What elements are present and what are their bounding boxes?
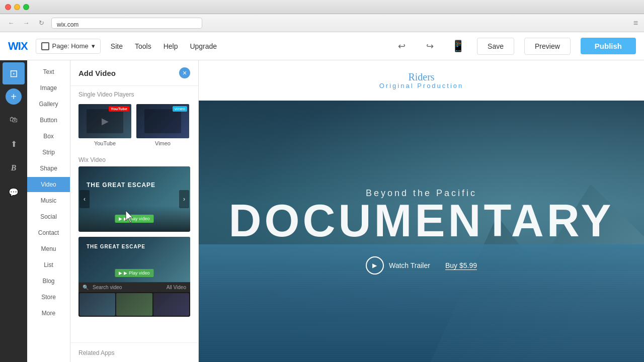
site-subtitle: Original Production bbox=[379, 82, 464, 89]
page-icon bbox=[41, 42, 49, 50]
search-video-text: Search video bbox=[93, 285, 122, 290]
play-placeholder-icon: ▶ bbox=[102, 116, 109, 127]
vimeo-player-item[interactable]: vimeo Vimeo bbox=[136, 104, 189, 146]
publish-button[interactable]: Publish bbox=[581, 38, 636, 54]
single-video-grid: ▶ YouTube YouTube vimeo bbox=[70, 101, 198, 151]
video-nav-right-arrow[interactable]: › bbox=[179, 190, 189, 208]
add-video-panel: Add Video × Single Video Players ▶ YouTu… bbox=[70, 60, 199, 362]
wix-video-big-player[interactable]: THE GREAT ESCAPE ▶ ▶ Play video ‹ › bbox=[78, 166, 190, 232]
panel-item-box[interactable]: Box bbox=[27, 129, 70, 144]
tube-text: Tube bbox=[118, 107, 127, 111]
sidebar-item-page[interactable]: ⊡ bbox=[3, 62, 25, 84]
play-video-overlay-btn[interactable]: ▶ ▶ Play video bbox=[115, 215, 153, 223]
wix-video-thumbnails bbox=[78, 292, 190, 317]
watch-trailer-label: Watch Trailer bbox=[389, 261, 430, 269]
panel-item-contact[interactable]: Contact bbox=[27, 225, 70, 240]
refresh-button[interactable]: ↻ bbox=[36, 18, 46, 28]
youtube-label: YouTube bbox=[78, 140, 131, 146]
panel-item-button[interactable]: Button bbox=[27, 113, 70, 128]
page-layout-icon: ⊡ bbox=[10, 67, 18, 79]
panel-item-strip[interactable]: Strip bbox=[27, 145, 70, 160]
add-element-button[interactable]: + bbox=[6, 88, 22, 105]
maximize-traffic-light[interactable] bbox=[23, 4, 29, 10]
address-field[interactable]: wix.com bbox=[51, 18, 202, 29]
nav-site[interactable]: Site bbox=[111, 42, 123, 50]
panel-item-shape[interactable]: Shape bbox=[27, 161, 70, 176]
panel-item-blog[interactable]: Blog bbox=[27, 274, 70, 289]
video-nav-left-arrow[interactable]: ‹ bbox=[79, 190, 90, 208]
wix-small-bg: THE GREAT ESCAPE ▶ ▶ Play video bbox=[78, 237, 190, 282]
youtube-badge: YouTube bbox=[109, 106, 129, 112]
browser-titlebar bbox=[0, 0, 644, 14]
wix-video-small-player[interactable]: THE GREAT ESCAPE ▶ ▶ Play video 🔍 Search… bbox=[78, 237, 190, 317]
vimeo-preview-inner bbox=[144, 109, 182, 133]
youtube-thumb-inner: ▶ YouTube bbox=[78, 104, 131, 138]
icon-sidebar: ⊡ + 🛍 ⬆ B 💬 bbox=[0, 60, 27, 362]
youtube-player-item[interactable]: ▶ YouTube YouTube bbox=[78, 104, 131, 146]
wix-video-big-bg: THE GREAT ESCAPE ▶ ▶ Play video bbox=[78, 166, 190, 232]
panel-item-more[interactable]: More bbox=[27, 306, 70, 321]
back-button[interactable]: ← bbox=[6, 18, 16, 28]
panel-item-social[interactable]: Social bbox=[27, 209, 70, 224]
canvas-area: Riders Original Production Beyond the Pa… bbox=[199, 60, 644, 362]
all-video-text: All Video bbox=[167, 285, 186, 290]
related-apps-label: Related Apps bbox=[78, 349, 114, 356]
watch-trailer-button[interactable]: ▶ Watch Trailer bbox=[366, 256, 430, 275]
nav-upgrade[interactable]: Upgrade bbox=[190, 42, 217, 50]
undo-button[interactable]: ↩ bbox=[392, 37, 411, 55]
wix-video-section: THE GREAT ESCAPE ▶ ▶ Play video ‹ › bbox=[70, 166, 198, 322]
forward-button[interactable]: → bbox=[21, 18, 31, 28]
wix-toolbar: WIX Page: Home ▾ Site Tools Help Upgrade… bbox=[0, 32, 644, 60]
sidebar-item-upload[interactable]: ⬆ bbox=[3, 133, 25, 155]
panel-item-text[interactable]: Text bbox=[27, 64, 70, 79]
mini-thumb-2[interactable] bbox=[116, 293, 152, 316]
site-canvas: Riders Original Production Beyond the Pa… bbox=[199, 60, 644, 362]
minimize-traffic-light[interactable] bbox=[14, 4, 20, 10]
page-selector[interactable]: Page: Home ▾ bbox=[36, 39, 101, 54]
play-video-small-label: ▶ Play video bbox=[124, 270, 149, 276]
buy-button[interactable]: Buy $5.99 bbox=[445, 261, 477, 270]
panel-header: Add Video × bbox=[70, 60, 198, 86]
nav-tools[interactable]: Tools bbox=[135, 42, 151, 50]
save-button[interactable]: Save bbox=[477, 38, 514, 55]
panel-item-video[interactable]: Video bbox=[27, 177, 70, 192]
mobile-icon: 📱 bbox=[451, 40, 465, 53]
panel-item-menu[interactable]: Menu bbox=[27, 241, 70, 256]
wix-video-section-label: Wix Video bbox=[70, 151, 198, 166]
panel-sidebar: Text Image Gallery Button Box Strip Shap… bbox=[27, 60, 70, 362]
sidebar-item-chat[interactable]: 💬 bbox=[3, 181, 25, 203]
hero-ocumentary: OCUMENTARY bbox=[265, 196, 614, 246]
store-icon: 🛍 bbox=[10, 115, 18, 124]
panel-title: Add Video bbox=[78, 69, 116, 77]
escape-text-small-overlay: THE GREAT ESCAPE bbox=[87, 244, 145, 249]
mini-thumb-1[interactable] bbox=[79, 293, 115, 316]
play-icon-small: ▶ bbox=[119, 270, 122, 276]
play-circle-icon: ▶ bbox=[366, 256, 384, 275]
wix-video-search-bar: 🔍 Search video All Video bbox=[78, 282, 190, 292]
sidebar-item-store[interactable]: 🛍 bbox=[3, 109, 25, 131]
site-logo: Riders bbox=[408, 72, 434, 82]
single-video-section-label: Single Video Players bbox=[70, 86, 198, 101]
close-traffic-light[interactable] bbox=[5, 4, 11, 10]
redo-button[interactable]: ↪ bbox=[421, 37, 439, 55]
panel-item-music[interactable]: Music bbox=[27, 193, 70, 208]
panel-item-list[interactable]: List bbox=[27, 257, 70, 273]
nav-help[interactable]: Help bbox=[164, 42, 178, 50]
toolbar-nav: Site Tools Help Upgrade bbox=[111, 42, 392, 50]
panel-item-store[interactable]: Store bbox=[27, 290, 70, 305]
close-panel-button[interactable]: × bbox=[179, 67, 190, 78]
browser-addressbar: ← → ↻ wix.com ≡ bbox=[0, 14, 644, 32]
chevron-down-icon: ▾ bbox=[92, 42, 95, 50]
mobile-preview-button[interactable]: 📱 bbox=[449, 37, 467, 55]
wix-logo: WIX bbox=[8, 40, 28, 53]
mini-thumb-3[interactable] bbox=[153, 293, 189, 316]
panel-item-gallery[interactable]: Gallery bbox=[27, 97, 70, 112]
youtube-preview-inner: ▶ bbox=[87, 109, 124, 133]
sidebar-item-blog[interactable]: B bbox=[3, 157, 25, 179]
panel-item-image[interactable]: Image bbox=[27, 80, 70, 96]
hero-actions: ▶ Watch Trailer Buy $5.99 bbox=[366, 256, 477, 275]
browser-menu-button[interactable]: ≡ bbox=[633, 19, 638, 28]
preview-button[interactable]: Preview bbox=[524, 38, 571, 55]
vimeo-thumb-image: vimeo bbox=[136, 104, 189, 138]
play-btn-small-overlay[interactable]: ▶ ▶ Play video bbox=[115, 269, 153, 277]
